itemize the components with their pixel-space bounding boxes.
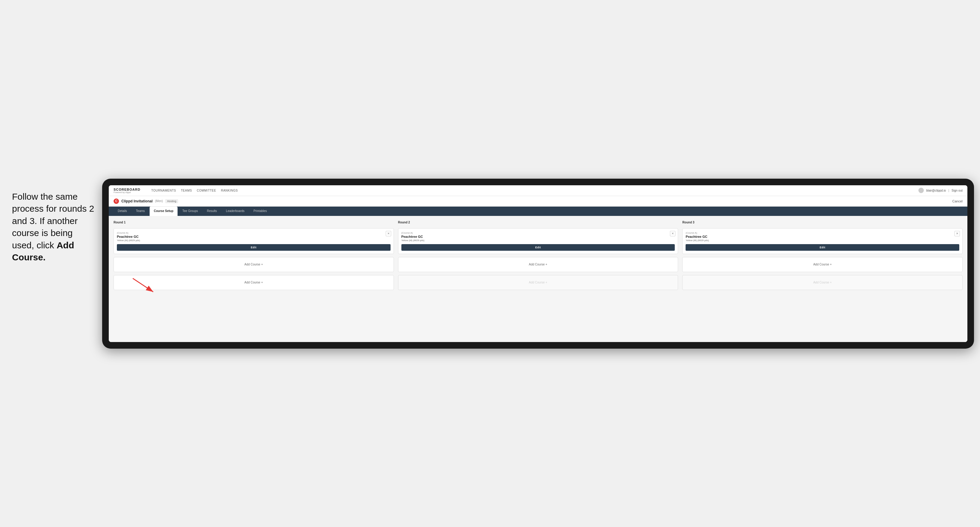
round-2-course-card: ✕ (Course A) Peachtree GC Yellow (M) (66… (398, 228, 678, 254)
round-2-add-course-2-label: Add Course + (529, 281, 547, 284)
rounds-grid: Round 1 ✕ (Course A) Peachtree GC Yellow… (114, 221, 963, 290)
nav-links: TOURNAMENTS TEAMS COMMITTEE RANKINGS (151, 189, 911, 192)
hosting-badge: Hosting (165, 199, 178, 203)
round-2-column: Round 2 ✕ (Course A) Peachtree GC Yellow… (398, 221, 678, 290)
tab-leaderboards[interactable]: Leaderboards (222, 206, 249, 216)
round-3-delete-button[interactable]: ✕ (955, 231, 960, 237)
round-1-edit-button[interactable]: Edit (117, 244, 391, 251)
tab-teams[interactable]: Teams (132, 206, 149, 216)
cancel-button[interactable]: Cancel (952, 199, 963, 203)
round-1-course-name: Peachtree GC (117, 235, 391, 238)
logo-sub: Powered by clippd (114, 191, 140, 194)
round-3-course-card: ✕ (Course A) Peachtree GC Yellow (M) (66… (682, 228, 963, 254)
tournament-name: Clippd Invitational (121, 199, 153, 203)
tab-tee-groups[interactable]: Tee Groups (178, 206, 202, 216)
user-email: blair@clippd.io (926, 189, 946, 192)
round-2-label: Round 2 (398, 221, 678, 224)
main-content: Round 1 ✕ (Course A) Peachtree GC Yellow… (109, 216, 967, 342)
sign-out-link[interactable]: Sign out (951, 189, 963, 192)
round-1-course-details: Yellow (M) (6629 yds) (117, 239, 391, 242)
tablet-area: SCOREBOARD Powered by clippd TOURNAMENTS… (102, 179, 974, 349)
round-2-course-name: Peachtree GC (401, 235, 675, 238)
round-1-add-course-2[interactable]: Add Course + (114, 275, 394, 290)
round-3-add-course-2: Add Course + (682, 275, 963, 290)
logo-scoreboard: SCOREBOARD (114, 188, 140, 191)
round-3-add-course-1-label: Add Course + (813, 263, 832, 266)
round-1-add-course-1-label: Add Course + (245, 263, 263, 266)
round-3-add-course-2-label: Add Course + (813, 281, 832, 284)
round-2-delete-button[interactable]: ✕ (670, 231, 675, 237)
round-2-edit-button[interactable]: Edit (401, 244, 675, 251)
round-2-add-course-1[interactable]: Add Course + (398, 257, 678, 272)
tabs-bar: Details Teams Course Setup Tee Groups Re… (109, 206, 967, 216)
nav-rankings[interactable]: RANKINGS (221, 189, 238, 192)
page-layout: Follow the same process for rounds 2 and… (6, 179, 974, 349)
round-2-add-course-2: Add Course + (398, 275, 678, 290)
round-2-course-tag: (Course A) (401, 232, 675, 234)
tablet-screen: SCOREBOARD Powered by clippd TOURNAMENTS… (109, 185, 967, 342)
round-1-column: Round 1 ✕ (Course A) Peachtree GC Yellow… (114, 221, 394, 290)
clippd-logo-icon: C (114, 198, 119, 204)
tab-course-setup[interactable]: Course Setup (150, 206, 178, 216)
round-3-label: Round 3 (682, 221, 963, 224)
logo-area: SCOREBOARD Powered by clippd (114, 188, 140, 194)
round-3-edit-button[interactable]: Edit (686, 244, 959, 251)
round-3-add-course-1[interactable]: Add Course + (682, 257, 963, 272)
tab-details[interactable]: Details (114, 206, 131, 216)
tournament-gender: (Men) (155, 199, 163, 203)
round-3-course-tag: (Course A) (686, 232, 959, 234)
nav-tournaments[interactable]: TOURNAMENTS (151, 189, 176, 192)
nav-teams[interactable]: TEAMS (181, 189, 192, 192)
instruction-text: Follow the same process for rounds 2 and… (12, 192, 94, 262)
nav-committee[interactable]: COMMITTEE (197, 189, 216, 192)
sub-header: C Clippd Invitational (Men) Hosting Canc… (109, 196, 967, 206)
round-1-add-course-1[interactable]: Add Course + (114, 257, 394, 272)
round-1-delete-button[interactable]: ✕ (386, 231, 391, 237)
instruction-bold: Add Course. (12, 240, 74, 262)
round-1-add-course-2-label: Add Course + (245, 281, 263, 284)
round-1-course-card: ✕ (Course A) Peachtree GC Yellow (M) (66… (114, 228, 394, 254)
tablet-device: SCOREBOARD Powered by clippd TOURNAMENTS… (102, 179, 974, 349)
round-1-label: Round 1 (114, 221, 394, 224)
round-3-course-name: Peachtree GC (686, 235, 959, 238)
sub-header-left: C Clippd Invitational (Men) Hosting (114, 198, 178, 204)
user-avatar (918, 188, 924, 193)
round-3-column: Round 3 ✕ (Course A) Peachtree GC Yellow… (682, 221, 963, 290)
round-1-course-tag: (Course A) (117, 232, 391, 234)
tab-results[interactable]: Results (203, 206, 221, 216)
round-2-course-details: Yellow (M) (6629 yds) (401, 239, 675, 242)
nav-right: blair@clippd.io | Sign out (918, 188, 963, 193)
instruction-panel: Follow the same process for rounds 2 and… (6, 179, 102, 276)
nav-separator: | (948, 189, 949, 192)
tab-printables[interactable]: Printables (249, 206, 271, 216)
round-2-add-course-1-label: Add Course + (529, 263, 547, 266)
top-nav: SCOREBOARD Powered by clippd TOURNAMENTS… (109, 185, 967, 196)
round-3-course-details: Yellow (M) (6629 yds) (686, 239, 959, 242)
